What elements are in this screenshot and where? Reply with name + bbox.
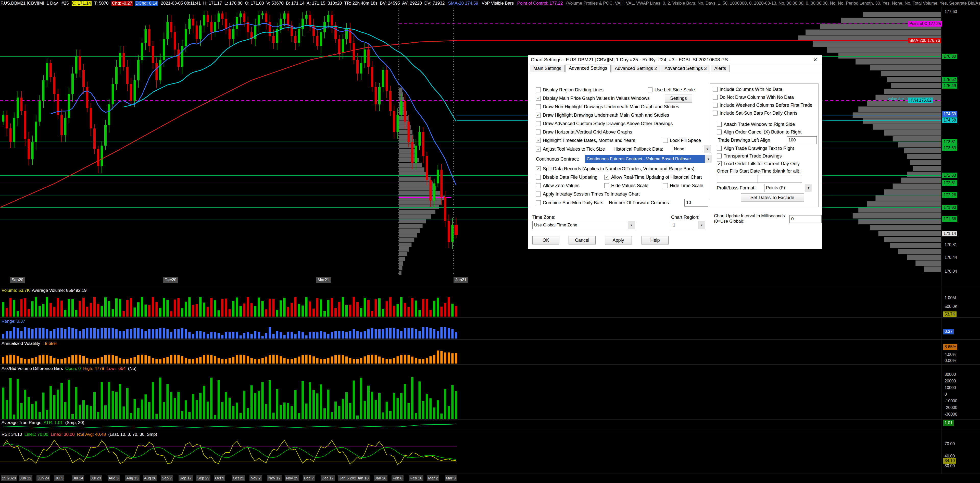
askbid-bar [316, 394, 318, 419]
range-bar [141, 329, 143, 338]
range-bar [24, 327, 26, 338]
range-bar [21, 331, 23, 338]
tab-advanced-settings-3[interactable]: Advanced Settings 3 [661, 65, 710, 72]
close-icon[interactable]: ✕ [811, 57, 819, 63]
volume-bar [444, 303, 446, 317]
dialog-titlebar[interactable]: Chart Settings - F.US.DBM21 [CBV][M] 1 D… [528, 56, 822, 64]
checkbox-include-columns-with-no-data[interactable]: Include Columns With No Data [713, 86, 782, 92]
checkbox-split-data-records-applies-to-numberoftrades-vol[interactable]: ✓Split Data Records (Applies to NumberOf… [536, 166, 695, 171]
input-chart-update-interval[interactable]: 0 [789, 215, 822, 223]
field-label-profit-loss-format: Profit/Loss Format: [717, 185, 756, 191]
settings-row: Do Not Draw Columns With No Data [710, 93, 818, 101]
checkbox-label: Hide Time Scale [670, 183, 703, 188]
checkbox-display-region-dividing-lines[interactable]: Display Region Dividing Lines [536, 87, 603, 92]
volume-bar [312, 309, 315, 317]
volatility-bar [342, 355, 344, 363]
askbid-bar [185, 400, 187, 419]
volume-bar [21, 299, 23, 317]
input-order-fills-start-time[interactable] [757, 175, 802, 183]
candle-body [269, 22, 271, 36]
range-bar [6, 331, 8, 338]
askbid-bar [448, 406, 450, 419]
date-label-feb-8: Feb 8 [391, 475, 403, 481]
volume-bar [265, 309, 267, 317]
checkbox-label: Transparent Trade Drawings [724, 153, 781, 159]
checkbox-allow-zero-values[interactable]: Allow Zero Values [536, 183, 579, 188]
button-apply[interactable]: Apply [605, 236, 632, 245]
checkbox-align-trade-drawings-text-to-right[interactable]: Align Trade Drawings Text to Right [717, 146, 794, 151]
checkbox-draw-non-highlight-drawings-underneath-main-grap[interactable]: Draw Non-Highlight Drawings Underneath M… [536, 104, 679, 109]
input-number-of-forward-columns[interactable]: 10 [684, 199, 708, 207]
checkbox-combine-sun-mon-daily-bars[interactable]: Combine Sun-Mon Daily Bars [536, 200, 603, 206]
checkbox-do-not-draw-columns-with-no-data[interactable]: Do Not Draw Columns With No Data [713, 94, 794, 100]
checkbox-allow-real-time-updating-of-historical-chart[interactable]: ✓Allow Real-Time Updating of Historical … [604, 174, 702, 180]
askbid-bar [269, 380, 271, 419]
range-bar [86, 328, 88, 338]
dropdown-none[interactable]: None▼ [672, 145, 711, 153]
volatility-bar [104, 355, 107, 363]
checkbox-highlight-timescale-dates-months-and-years[interactable]: ✓Highlight Timescale Dates, Months and Y… [536, 138, 635, 143]
checkbox-adjust-tool-values-to-tick-size[interactable]: ✓Adjust Tool Values to Tick Size [536, 147, 605, 152]
button-cancel[interactable]: Cancel [569, 236, 596, 245]
checkbox-draw-highlight-drawings-underneath-main-graph-an[interactable]: ✓Draw Highlight Drawings Underneath Main… [536, 112, 669, 118]
checkbox-align-order-cancel-x-button-to-right[interactable]: Align Order Cancel (X) Button to Right [717, 129, 802, 135]
candlestick-chart[interactable] [0, 0, 980, 483]
settings-bottom-row: Use Global Time Zone▼1▼ [532, 221, 711, 230]
checkbox-transparent-trade-drawings[interactable]: Transparent Trade Drawings [717, 153, 781, 159]
checkbox-apply-intraday-session-times-to-intraday-chart[interactable]: Apply Intraday Session Times To Intraday… [536, 191, 640, 196]
range-bar [349, 331, 351, 338]
range-bar [35, 328, 37, 338]
volatility-bar [331, 356, 333, 363]
volume-bar [115, 298, 118, 317]
dropdown-continuous-futures-contract-volume-based-rollove[interactable]: Continuous Futures Contract - Volume Bas… [585, 155, 712, 163]
askbid-bar [327, 390, 329, 419]
checkbox-draw-horizontal-vertical-grid-above-graphs[interactable]: Draw Horizontal/Vertical Grid Above Grap… [536, 129, 632, 134]
volume-bar [345, 305, 348, 317]
checkbox-hide-time-scale[interactable]: Hide Time Scale [663, 183, 703, 188]
volume-bar [440, 307, 442, 317]
dropdown-use-global-time-zone[interactable]: Use Global Time Zone▼ [532, 221, 635, 229]
input-order-fills-start-date[interactable] [717, 175, 759, 183]
tab-advanced-settings-2[interactable]: Advanced Settings 2 [611, 65, 660, 72]
tab-main-settings[interactable]: Main Settings [530, 65, 565, 72]
candle-body [152, 46, 154, 63]
candle-body [163, 39, 165, 60]
range-bar [254, 331, 256, 338]
volatility-bar [334, 355, 337, 363]
input-trade-drawings-left-align[interactable]: 100 [787, 136, 817, 144]
button-set-dates-to-exclude[interactable]: Set Dates To Exclude [741, 193, 804, 202]
checkbox-lock-fill-space[interactable]: Lock Fill Space [663, 138, 701, 143]
tab-advanced-settings[interactable]: Advanced Settings [565, 65, 611, 72]
checkbox-include-weekend-columns-before-first-trade[interactable]: Include Weekend Columns Before First Tra… [713, 102, 812, 108]
candle-body [174, 32, 176, 49]
checkbox-label: Hide Values Scale [611, 183, 648, 188]
checkbox-attach-trade-window-to-right-side[interactable]: Attach Trade Window to Right Side [717, 122, 795, 127]
volatility-bar [166, 357, 169, 363]
candle-body [323, 22, 326, 32]
dropdown-1[interactable]: 1▼ [671, 221, 705, 229]
checkbox-label: Align Trade Drawings Text to Right [724, 146, 794, 151]
range-bar [134, 328, 136, 338]
candle-body [283, 14, 286, 19]
button-settings[interactable]: Settings [665, 94, 692, 102]
checkbox-disable-data-file-updating[interactable]: Disable Data File Updating [536, 174, 597, 180]
range-bar [291, 332, 293, 338]
checkbox-include-sat-sun-bars-for-daily-charts[interactable]: Include Sat-Sun Bars For Daily Charts [713, 110, 797, 116]
checkbox-load-order-fills-for-current-day-only[interactable]: ✓Load Order Fills for Current Day Only [717, 161, 800, 166]
askbid-bar [141, 400, 143, 419]
profile-bar [399, 247, 409, 252]
checkbox-hide-values-scale[interactable]: Hide Values Scale [604, 183, 648, 188]
askbid-bar [203, 386, 205, 419]
checkbox-use-left-side-scale[interactable]: Use Left Side Scale [648, 87, 695, 92]
volatility-bar [356, 359, 359, 363]
button-ok[interactable]: OK [532, 236, 559, 245]
volatility-bar [302, 355, 304, 363]
candle-body [144, 29, 147, 43]
button-help[interactable]: Help [641, 236, 668, 245]
dropdown-points-p[interactable]: Points (P)▼ [764, 184, 812, 192]
tab-alerts[interactable]: Alerts [711, 65, 730, 72]
checkbox-display-main-price-graph-values-in-values-window[interactable]: ✓Display Main Price Graph Values in Valu… [536, 96, 650, 101]
range-bar [17, 328, 19, 338]
checkbox-draw-advanced-custom-study-drawings-above-other-[interactable]: Draw Advanced Custom Study Drawings Abov… [536, 121, 673, 126]
range-bar [75, 329, 77, 338]
